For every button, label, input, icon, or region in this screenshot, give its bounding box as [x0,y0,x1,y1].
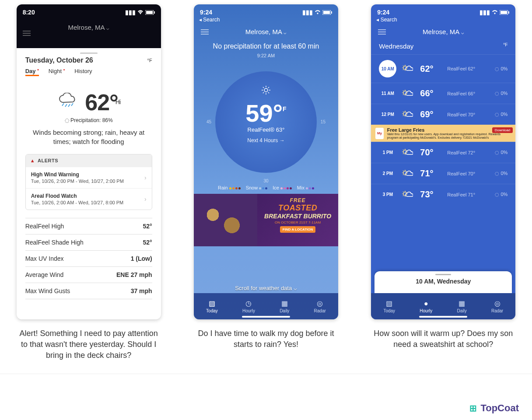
unit-label: °F [147,58,152,63]
ad-line: BREAKFAST BURRITO [260,213,336,220]
droplet-icon: ◌ [495,112,499,117]
svg-point-6 [264,88,268,92]
calendar-icon: ▦ [457,299,466,308]
hour-temperature: 66° [420,88,442,98]
hour-label: 11 AM [379,91,396,96]
clock-icon: ◷ [242,299,255,308]
hourly-row[interactable]: 2 PM71°RealFeel 70°◌ 0% [371,163,515,184]
nav-today[interactable]: ▧Today [206,299,218,313]
phone-daily-detail: 8:20 ▮▮▮ Melrose, MA ⌵ [17,4,161,319]
stat-row: Max UV Index1 (Low) [25,251,152,267]
hour-realfeel: RealFeel 62° [447,66,483,71]
hourly-row[interactable]: 10 AM62°RealFeel 62°◌ 0% [371,54,515,83]
hour-realfeel: RealFeel 70° [447,112,483,117]
next-hours-link[interactable]: Next 4 Hours → [245,137,286,144]
hourly-row[interactable]: 12 PM69°RealFeel 70°◌ 0% [371,104,515,125]
hour-temperature: 73° [420,189,442,200]
stat-row: Max Wind Gusts37 mph [25,283,152,299]
chevron-down-icon: ⌵ [284,30,287,35]
alert-triangle-icon: ▲ [30,158,35,163]
ad-banner[interactable]: MyFree Large FriesValid thru 12/31/21 fo… [371,125,515,142]
page-date: Tuesday, October 26 [25,56,93,64]
current-clock-label: 9:22 AM [194,53,338,58]
forecast-summary: Winds becoming strong; rain, heavy at ti… [25,128,152,146]
wifi-icon [315,10,321,15]
droplet-icon: ◌ [495,171,499,176]
detail-sheet[interactable]: 10 AM, Wednesday [374,271,512,293]
status-indicators: ▮▮▮ [125,9,155,16]
nav-radar[interactable]: ◎Radar [314,299,326,313]
nav-daily[interactable]: ▦Daily [457,299,466,313]
hourly-row[interactable]: 11 AM66°RealFeel 66°◌ 0% [371,83,515,104]
minutecast-dial[interactable]: 45 15 30 59°F RealFeel® 63° Next 4 Hours… [205,61,327,183]
hour-precip: ◌ 0% [488,171,508,176]
alert-item[interactable]: Areal Flood Watch Tue, 10/26, 2:00 AM - … [26,188,152,210]
battery-icon [322,10,332,15]
scroll-hint[interactable]: Scroll for weather data ⌵ [194,285,338,291]
hourly-row[interactable]: 3 PM73°RealFeel 71°◌ 0% [371,184,515,205]
nav-hourly[interactable]: ◷Hourly [242,299,255,313]
location-dropdown[interactable]: Melrose, MA ⌵ [17,18,161,31]
brand-icon: ⊞ [469,403,477,413]
location-dropdown[interactable]: Melrose, MA ⌵ [245,28,287,35]
radar-icon: ◎ [314,299,326,308]
dial-mark-30: 30 [263,178,268,183]
tab-day[interactable]: Day • [25,68,39,76]
ad-body: Valid thru 12/31/21 for new users. App d… [387,133,511,139]
chevron-right-icon: › [144,196,147,203]
menu-icon[interactable] [201,29,209,35]
ad-cta-button[interactable]: FIND A LOCATION [280,226,315,233]
droplet-icon: ◌ [495,91,499,96]
signal-icon: ▮▮▮ [480,9,490,16]
home-indicator[interactable] [242,316,290,318]
precipitation-label: ◌ Precipitation: 86% [25,117,152,123]
wifi-icon [137,10,144,15]
menu-icon[interactable] [378,29,386,35]
status-time: 9:24 [377,9,389,16]
sheet-handle[interactable] [80,52,98,54]
alert-time: Tue, 10/26, 2:00 AM - Wed, 10/27, 8:00 P… [31,200,124,205]
tab-night[interactable]: Night • [49,68,65,76]
dial-mark-15: 15 [321,119,326,124]
tab-history[interactable]: History [74,68,92,76]
nav-daily[interactable]: ▦Daily [280,299,289,313]
bottom-nav: ▧Today ●Hourly ▦Daily ◎Radar [371,293,515,319]
nav-today[interactable]: ▧Today [383,299,395,313]
svg-rect-2 [154,11,155,14]
unit-label: °F [503,42,508,50]
caption-1: Alert! Something I need to pay attention… [17,328,161,361]
calendar-today-icon: ▧ [206,299,218,308]
nav-radar[interactable]: ◎Radar [491,299,503,313]
back-button[interactable]: ◂ Search [371,17,515,23]
precip-legend: Rain Snow Ice Mix [194,185,338,190]
alert-item[interactable]: High Wind Warning Tue, 10/26, 2:00 PM - … [26,167,152,188]
hour-precip: ◌ 0% [488,192,508,197]
hour-realfeel: RealFeel 70° [447,171,483,176]
chevron-down-icon: ⌵ [294,285,297,291]
droplet-icon: ◌ [495,66,499,71]
chevron-down-icon: ⌵ [106,25,109,31]
svg-rect-1 [146,11,153,14]
svg-point-15 [403,192,407,196]
battery-icon [145,10,155,15]
partly-cloudy-icon [402,64,415,73]
svg-rect-9 [508,11,509,14]
menu-icon[interactable] [23,31,31,36]
wifi-icon [492,10,498,15]
hourly-row[interactable]: 1 PM70°RealFeel 72°◌ 0% [371,142,515,163]
sheet-handle[interactable] [435,274,451,275]
back-button[interactable]: ◂ Search [194,17,338,23]
alerts-heading: ▲ ALERTS [26,154,152,167]
status-indicators: ▮▮▮ [480,9,509,16]
ad-banner[interactable]: FREE TOASTED BREAKFAST BURRITO ON OCTOBE… [194,194,338,246]
rain-cloud-icon [57,93,80,112]
status-time: 8:20 [23,9,35,16]
home-indicator[interactable] [419,316,467,318]
brand-logo: ⊞ TopCoat [469,402,519,414]
status-indicators: ▮▮▮ [302,9,332,16]
ad-cta-button[interactable]: Download [492,127,513,133]
partly-cloudy-icon [402,190,415,199]
footer-divider [0,374,532,374]
location-dropdown[interactable]: Melrose, MA ⌵ [423,28,464,35]
nav-hourly[interactable]: ●Hourly [420,300,432,313]
